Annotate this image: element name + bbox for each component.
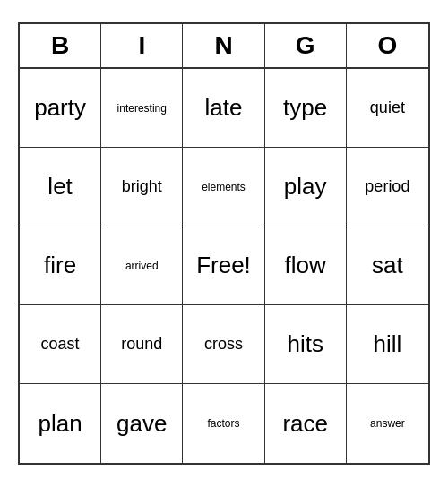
grid-cell-r1-c2: elements [183, 148, 264, 226]
grid-cell-r1-c0: let [20, 148, 101, 226]
header-cell: G [265, 24, 347, 67]
cell-text: late [205, 94, 243, 122]
cell-text: type [283, 94, 327, 122]
grid-cell-r2-c3: flow [265, 226, 347, 305]
bingo-grid: partyinterestinglatetypequietletbrightel… [20, 69, 428, 463]
cell-text: play [284, 173, 327, 201]
cell-text: period [365, 177, 409, 196]
cell-text: gave [116, 410, 167, 438]
grid-cell-r2-c4: sat [347, 226, 428, 305]
header-cell: O [347, 24, 428, 67]
grid-cell-r2-c1: arrived [101, 226, 183, 305]
cell-text: flow [285, 252, 326, 279]
grid-cell-r4-c1: gave [101, 384, 183, 463]
grid-cell-r1-c1: bright [101, 148, 183, 226]
grid-cell-r3-c4: hill [347, 305, 428, 384]
cell-text: Free! [196, 252, 251, 279]
cell-text: answer [370, 417, 405, 430]
cell-text: factors [207, 417, 239, 430]
cell-text: elements [202, 181, 246, 193]
cell-text: round [121, 335, 162, 354]
grid-cell-r0-c0: party [20, 69, 101, 148]
grid-cell-r0-c2: late [183, 69, 264, 148]
grid-cell-r4-c2: factors [183, 384, 264, 463]
grid-cell-r0-c1: interesting [101, 69, 183, 148]
cell-text: hits [287, 330, 323, 358]
header-cell: I [101, 24, 183, 67]
header-cell: N [183, 24, 264, 67]
grid-cell-r3-c0: coast [20, 305, 101, 384]
cell-text: quiet [370, 98, 405, 117]
grid-cell-r3-c1: round [101, 305, 183, 384]
grid-cell-r0-c3: type [265, 69, 347, 148]
cell-text: fire [44, 252, 76, 279]
cell-text: cross [204, 335, 243, 354]
cell-text: arrived [125, 260, 159, 272]
grid-cell-r3-c2: cross [183, 305, 264, 384]
grid-cell-r2-c0: fire [20, 226, 101, 305]
grid-cell-r2-c2: Free! [183, 226, 264, 305]
grid-cell-r4-c4: answer [347, 384, 428, 463]
grid-cell-r1-c3: play [265, 148, 347, 226]
bingo-card: BINGO partyinterestinglatetypequietletbr… [18, 22, 430, 465]
bingo-header: BINGO [20, 24, 428, 69]
cell-text: sat [372, 252, 403, 279]
header-cell: B [20, 24, 101, 67]
cell-text: let [47, 173, 72, 201]
cell-text: coast [41, 335, 80, 354]
cell-text: party [34, 94, 86, 122]
cell-text: bright [122, 177, 162, 196]
cell-text: interesting [117, 102, 167, 115]
cell-text: plan [39, 410, 82, 438]
grid-cell-r3-c3: hits [265, 305, 347, 384]
cell-text: hill [373, 330, 401, 358]
grid-cell-r4-c3: race [265, 384, 347, 463]
grid-cell-r4-c0: plan [20, 384, 101, 463]
grid-cell-r1-c4: period [347, 148, 428, 226]
cell-text: race [282, 410, 328, 438]
grid-cell-r0-c4: quiet [347, 69, 428, 148]
